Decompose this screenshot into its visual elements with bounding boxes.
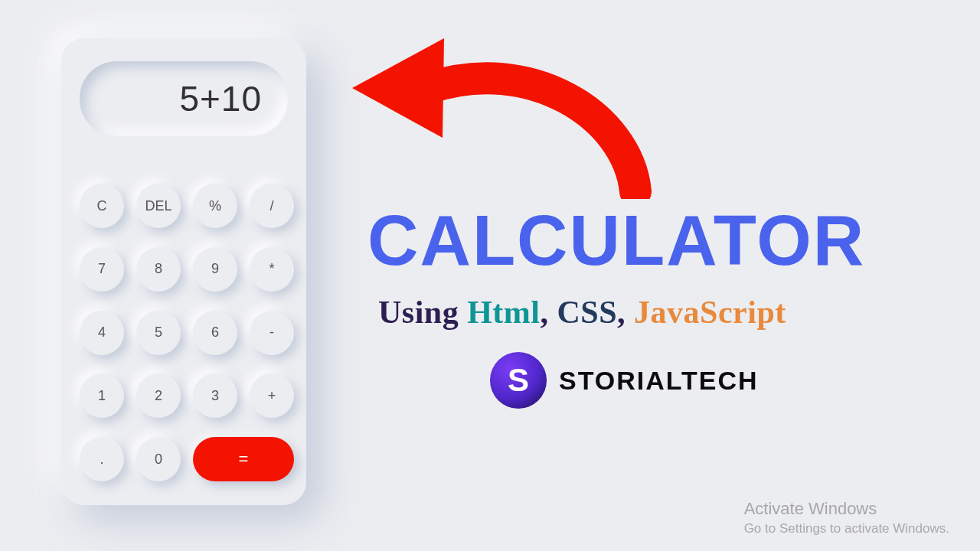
key-three[interactable]: 3 [193,373,237,418]
svg-marker-0 [352,38,444,138]
subtitle-text: Using Html, CSS, JavaScript [378,294,786,331]
key-four[interactable]: 4 [80,311,124,355]
key-percent[interactable]: % [193,184,237,228]
key-minus[interactable]: - [250,311,294,355]
key-eight[interactable]: 8 [136,247,181,292]
key-equals[interactable]: = [193,437,294,481]
word-css: CSS [557,295,618,330]
key-nine[interactable]: 9 [193,247,237,292]
brand-badge-icon: S [490,352,547,409]
key-five[interactable]: 5 [136,311,181,355]
comma-2: , [617,295,626,330]
headline-text: CALCULATOR [368,201,865,281]
key-two[interactable]: 2 [136,373,181,418]
word-html: Html [467,295,540,330]
key-seven[interactable]: 7 [80,247,124,292]
key-divide[interactable]: / [250,184,294,228]
curved-arrow-icon [352,31,666,199]
comma-1: , [541,295,549,330]
word-js: JavaScript [634,295,786,330]
activate-windows-watermark: Activate Windows Go to Settings to activ… [744,498,949,537]
key-clear[interactable]: C [80,184,124,228]
calculator-display: 5+10 [80,61,288,136]
calculator-keypad: C DEL % / 7 8 9 * 4 5 6 - 1 2 3 + . 0 = [80,184,288,485]
key-zero[interactable]: 0 [136,437,181,481]
brand-logo: S STORIALTECH [490,352,759,409]
key-one[interactable]: 1 [80,373,124,418]
key-six[interactable]: 6 [193,311,237,355]
key-multiply[interactable]: * [250,247,294,292]
calculator: 5+10 C DEL % / 7 8 9 * 4 5 6 - 1 2 3 + .… [61,38,306,505]
key-delete[interactable]: DEL [136,184,181,228]
word-using: Using [378,295,459,330]
watermark-line2: Go to Settings to activate Windows. [744,520,949,537]
brand-name: STORIALTECH [559,366,759,396]
key-dot[interactable]: . [80,437,124,481]
watermark-line1: Activate Windows [744,498,949,520]
key-plus[interactable]: + [250,373,294,418]
